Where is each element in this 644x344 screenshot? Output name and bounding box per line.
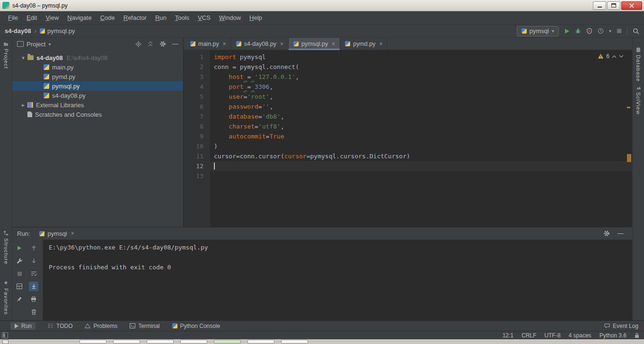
tab-close-icon[interactable]: ×	[223, 41, 226, 47]
interpreter-widget[interactable]: Python 3.6	[600, 332, 626, 339]
clear-all-button[interactable]	[29, 307, 38, 317]
tab-close-icon[interactable]: ×	[332, 41, 335, 47]
code-editor[interactable]: 1import pymysql2conn = pymysql.connect(3…	[184, 50, 632, 227]
code-line-text[interactable]: import pymysql	[210, 52, 632, 62]
tree-expand-icon[interactable]: ▸	[20, 102, 26, 108]
tab-pymsql-py[interactable]: pymsql.py ×	[289, 38, 340, 50]
maximize-button[interactable]	[607, 1, 620, 10]
menu-item-edit[interactable]: Edit	[22, 14, 41, 21]
stop-button[interactable]	[617, 28, 622, 34]
toolwindow-switcher-icon[interactable]	[2, 332, 8, 338]
restore-layout-button[interactable]	[15, 282, 24, 291]
code-line-text[interactable]: port = 3306,	[210, 82, 632, 92]
line-separator-widget[interactable]: CRLF	[521, 332, 536, 339]
taskbar-button[interactable]	[147, 340, 174, 344]
event-log-button[interactable]: Event Log	[604, 323, 638, 329]
scroll-to-end-button[interactable]	[29, 282, 38, 291]
menu-item-tools[interactable]: Tools	[171, 14, 194, 21]
menu-item-help[interactable]: Help	[245, 14, 266, 21]
project-panel-title[interactable]: Project ▾	[17, 41, 51, 48]
code-line-text[interactable]: autocommit=True	[210, 131, 632, 141]
tab-pymd-py[interactable]: pymd.py ×	[340, 38, 388, 50]
toolwindow-button-problems[interactable]: Problems	[85, 323, 117, 329]
run-configuration-combo[interactable]: pymsql ▾	[517, 26, 559, 36]
run-button[interactable]	[564, 28, 570, 34]
toolwindow-button-terminal[interactable]: Terminal	[130, 323, 159, 329]
profiler-chevron-icon[interactable]: ▾	[609, 28, 611, 34]
menu-item-window[interactable]: Window	[215, 14, 245, 21]
collapse-all-button[interactable]	[148, 41, 153, 47]
settings-gear-icon[interactable]	[603, 230, 610, 237]
caret-position-widget[interactable]: 12:1	[503, 332, 513, 339]
tree-item-pymsql-py[interactable]: pymsql.py	[12, 81, 183, 91]
tree-collapse-icon[interactable]: ▾	[20, 55, 26, 61]
edit-configurations-button[interactable]	[15, 256, 24, 266]
code-line-text[interactable]: user='root',	[210, 92, 632, 102]
rerun-button[interactable]	[15, 243, 24, 253]
debug-button[interactable]	[575, 28, 581, 34]
tab-main-py[interactable]: main.py ×	[185, 38, 231, 50]
lock-icon[interactable]	[635, 333, 639, 338]
menu-item-view[interactable]: View	[41, 14, 63, 21]
stripe-button-structure[interactable]: Structure	[0, 231, 12, 265]
taskbar-button[interactable]	[214, 340, 241, 344]
toolwindow-button-python-console[interactable]: Python Console	[172, 323, 221, 329]
menu-item-vcs[interactable]: VCS	[194, 14, 215, 21]
tree-item-external-libraries[interactable]: ▸External Libraries	[12, 100, 183, 110]
taskbar-button[interactable]	[247, 340, 274, 344]
stripe-button-project[interactable]: Project	[0, 42, 12, 69]
tree-item-s4-day08[interactable]: ▾s4-day08E:\s4\s4-day08	[12, 53, 183, 62]
indent-widget[interactable]: 4 spaces	[569, 332, 591, 339]
hide-panel-button[interactable]: —	[172, 42, 178, 46]
menu-item-file[interactable]: File	[4, 14, 22, 21]
breadcrumb-project[interactable]: s4-day08	[5, 27, 31, 34]
menu-item-navigate[interactable]: Navigate	[63, 14, 96, 21]
code-line-text[interactable]: )	[210, 141, 632, 151]
code-line-text[interactable]: charset='utf8',	[210, 121, 632, 131]
taskbar-quicklaunch-icon[interactable]	[2, 340, 9, 344]
code-line-text[interactable]: conn = pymysql.connect(	[210, 62, 632, 72]
menu-item-code[interactable]: Code	[96, 14, 119, 21]
prev-issue-chevron[interactable]	[612, 55, 617, 58]
coverage-button[interactable]	[586, 28, 592, 34]
code-line-text[interactable]: host = '127.0.0.1',	[210, 72, 632, 82]
tab-close-icon[interactable]: ×	[71, 230, 74, 237]
code-line-text[interactable]: database='db8',	[210, 112, 632, 121]
breadcrumb-file[interactable]: pymsql.py	[40, 27, 75, 34]
code-line-text[interactable]	[210, 161, 632, 171]
tab-close-icon[interactable]: ×	[280, 41, 283, 47]
profiler-button[interactable]	[598, 28, 604, 34]
taskbar-button[interactable]	[180, 340, 207, 344]
toolwindow-button-run[interactable]: Run	[10, 322, 35, 330]
toolwindow-button-todo[interactable]: TODO	[48, 323, 72, 329]
tree-item-main-py[interactable]: main.py	[12, 62, 183, 72]
stripe-button-favorites[interactable]: ★ Favorites	[0, 280, 12, 315]
tab-close-icon[interactable]: ×	[379, 41, 382, 47]
stripe-button-sciview[interactable]: SciView	[633, 85, 644, 115]
settings-gear-icon[interactable]	[159, 41, 166, 47]
code-line-text[interactable]: cursor=conn.cursor(cursor=pymysql.cursor…	[210, 151, 632, 161]
stop-button[interactable]	[15, 269, 24, 278]
stripe-button-database[interactable]: Database	[633, 47, 644, 82]
print-button[interactable]	[29, 294, 38, 304]
tree-item-scratches-and-consoles[interactable]: Scratches and Consoles	[12, 110, 183, 119]
minimize-button[interactable]	[593, 1, 606, 10]
code-line-text[interactable]	[210, 171, 632, 181]
pin-tab-button[interactable]	[15, 294, 24, 304]
encoding-widget[interactable]: UTF-8	[545, 332, 561, 339]
locate-file-button[interactable]	[135, 41, 141, 47]
close-button[interactable]	[621, 1, 642, 10]
taskbar-button[interactable]	[281, 340, 308, 344]
taskbar-button[interactable]	[79, 340, 106, 344]
menu-item-run[interactable]: Run	[151, 14, 171, 21]
menu-item-refactor[interactable]: Refactor	[119, 14, 151, 21]
console-output[interactable]: E:\py36\python.exe E:/s4/s4-day08/pymsql…	[43, 240, 632, 320]
search-everywhere-button[interactable]	[633, 28, 639, 34]
run-console-tab[interactable]: pymsql ×	[35, 227, 78, 240]
code-line-text[interactable]: password='',	[210, 102, 632, 112]
tree-item-s4-day08-py[interactable]: s4-day08.py	[12, 91, 183, 100]
next-issue-chevron[interactable]	[619, 55, 624, 58]
soft-wrap-button[interactable]	[29, 269, 38, 278]
prev-occurrence-button[interactable]	[29, 243, 38, 253]
tree-item-pymd-py[interactable]: pymd.py	[12, 72, 183, 81]
